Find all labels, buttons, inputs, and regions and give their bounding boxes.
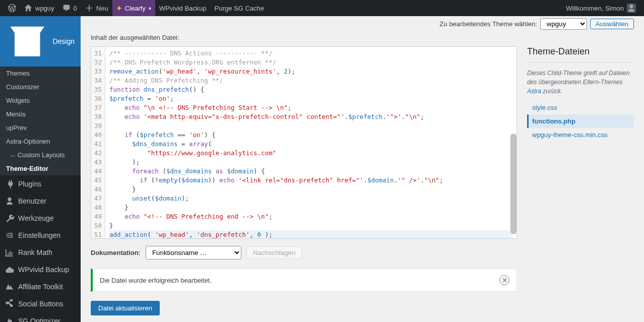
wrench-icon: [5, 214, 14, 223]
sidebar-item-einstellungen[interactable]: Einstellungen: [0, 227, 81, 244]
select-theme-button[interactable]: Auswählen: [590, 19, 634, 29]
sidebar-subitem-theme-editor[interactable]: Theme-Editor: [0, 162, 81, 175]
theme-files-heading: Theme-Dateien: [527, 46, 634, 62]
chart-icon: [5, 248, 14, 257]
code-area[interactable]: /** ----------- DNS Actions ----------- …: [105, 47, 517, 238]
purge-label: Purge SG Cache: [215, 5, 264, 12]
admin-bar: wpguy 0 Neu ✦Clearfy▾ WPvivid Backup Pur…: [0, 0, 644, 16]
file-link-wpguy-theme-css-min-css[interactable]: wpguy-theme-css.min.css: [527, 128, 634, 142]
site-menu[interactable]: wpguy: [20, 0, 58, 16]
sidebar-item-wpvivid-backup[interactable]: WPvivid Backup: [0, 261, 81, 278]
welcome-label: Willkommen, Simon: [566, 5, 624, 12]
comment-icon: [62, 4, 71, 12]
theme-select-label: Zu bearbeitendes Theme wählen:: [439, 20, 537, 28]
documentation-select[interactable]: Funktionsname …: [146, 246, 241, 260]
parent-theme-link[interactable]: Astra: [527, 88, 541, 95]
clearfy-label: Clearfy: [125, 5, 146, 12]
sidebar-item-design[interactable]: Design: [0, 16, 81, 67]
sidebar-item-benutzer[interactable]: Benutzer: [0, 192, 81, 210]
theme-files-panel: Theme-Dateien Dieses Child-Theme greift …: [527, 46, 634, 315]
child-theme-desc: Dieses Child-Theme greift auf Dateien de…: [527, 69, 634, 96]
sg-icon: [5, 316, 14, 322]
theme-select[interactable]: wpguy: [540, 18, 587, 30]
user-menu[interactable]: Willkommen, Simon: [562, 0, 640, 16]
success-notice: Die Datei wurde erfolgreich bearbeitet. …: [91, 269, 517, 292]
sliders-icon: [5, 231, 14, 240]
new-menu[interactable]: Neu: [81, 0, 112, 16]
admin-sidebar: Design ThemesCustomizerWidgetsMenüsupPre…: [0, 16, 81, 322]
user-avatar-icon: [627, 4, 636, 13]
purge-cache-menu[interactable]: Purge SG Cache: [211, 0, 268, 16]
wordpress-menu[interactable]: [4, 0, 20, 16]
share-icon: [5, 299, 14, 308]
new-label: Neu: [96, 5, 108, 12]
clearfy-menu[interactable]: ✦Clearfy▾: [112, 0, 155, 16]
main-content: Zu bearbeitendes Theme wählen: wpguy Aus…: [81, 16, 644, 322]
sidebar-item-affiliate-toolkit[interactable]: Affiliate Toolkit: [0, 278, 81, 295]
notice-text: Die Datei wurde erfolgreich bearbeitet.: [100, 277, 212, 284]
site-name-label: wpguy: [35, 5, 54, 12]
wpvivid-menu[interactable]: WPvivid Backup: [155, 0, 211, 16]
sidebar-item-sg-optimizer[interactable]: SG Optimizer: [0, 312, 81, 322]
sidebar-subitem-upprev[interactable]: upPrev: [0, 121, 81, 135]
cloud-icon: [5, 265, 14, 274]
home-icon: [24, 4, 32, 12]
sidebar-subitem-custom-layouts[interactable]: ⌙ Custom Layouts: [0, 148, 81, 162]
sidebar-subitem-themes[interactable]: Themes: [0, 67, 81, 80]
sidebar-item-rank-math[interactable]: Rank Math: [0, 244, 81, 261]
file-content-label: Inhalt der ausgewählten Datei:: [91, 34, 634, 41]
sidebar-item-social-buttons[interactable]: Social Buttons: [0, 295, 81, 312]
dismiss-notice-button[interactable]: ✕: [499, 275, 509, 285]
sidebar-subitem-astra-optionen[interactable]: Astra-Optionen: [0, 135, 81, 148]
documentation-label: Dokumentation:: [91, 249, 141, 256]
wordpress-icon: [8, 4, 16, 12]
code-editor[interactable]: 3132333435363738394041424344454647484950…: [91, 46, 517, 239]
chevron-down-icon: ▾: [149, 6, 151, 11]
design-label: Design: [52, 37, 75, 45]
comments-menu[interactable]: 0: [58, 0, 81, 16]
plug-icon: [5, 179, 14, 188]
comments-count-label: 0: [74, 5, 77, 12]
wpvivid-label: WPvivid Backup: [159, 5, 207, 12]
plus-icon: [85, 4, 93, 12]
file-link-functions-php[interactable]: functions.php: [527, 114, 634, 128]
theme-picker: Zu bearbeitendes Theme wählen: wpguy Aus…: [439, 18, 634, 30]
sidebar-subitem-men-s[interactable]: Menüs: [0, 107, 81, 121]
affiliate-icon: [5, 282, 14, 291]
appearance-icon: [6, 20, 48, 62]
sidebar-subitem-widgets[interactable]: Widgets: [0, 94, 81, 107]
sidebar-item-plugins[interactable]: Plugins: [0, 175, 81, 192]
line-gutter: 3132333435363738394041424344454647484950…: [91, 47, 105, 238]
sidebar-item-werkzeuge[interactable]: Werkzeuge: [0, 210, 81, 227]
scrollbar-thumb[interactable]: [510, 134, 517, 234]
file-link-style-css[interactable]: style.css: [527, 101, 634, 114]
update-file-button[interactable]: Datei aktualisieren: [91, 301, 160, 315]
lookup-button: Nachschlagen: [246, 246, 302, 259]
user-icon: [5, 197, 14, 206]
sidebar-subitem-customizer[interactable]: Customizer: [0, 80, 81, 94]
